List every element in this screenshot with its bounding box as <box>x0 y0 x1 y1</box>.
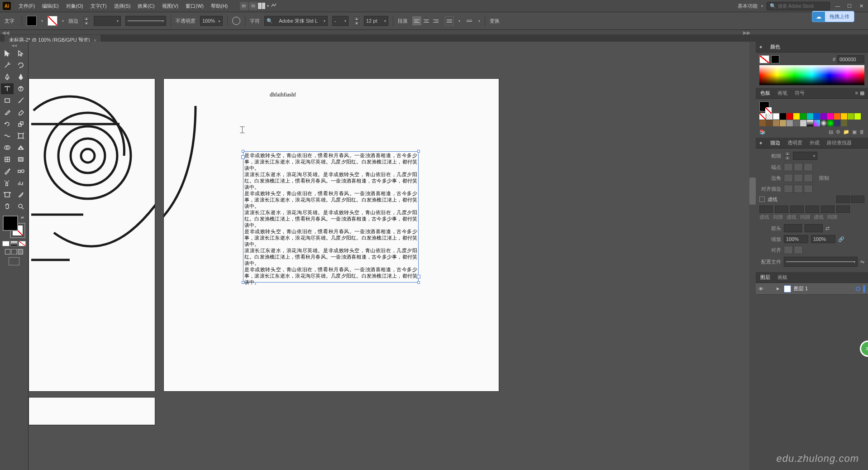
globe-icon[interactable] <box>232 17 240 25</box>
dash-input[interactable] <box>759 206 773 213</box>
blend-tool[interactable] <box>14 166 27 177</box>
menu-edit[interactable]: 编辑(E) <box>39 1 62 11</box>
mesh-tool[interactable] <box>1 154 14 165</box>
swatch-item[interactable] <box>787 113 793 120</box>
perspective-grid-tool[interactable] <box>14 142 27 153</box>
dash-input[interactable] <box>821 206 835 213</box>
chevron-down-icon[interactable]: ▾ <box>761 4 763 8</box>
chevron-down-icon[interactable]: ▾ <box>41 19 43 23</box>
panel-tab-brushes[interactable]: 画笔 <box>777 88 788 98</box>
stroke-weight-field[interactable]: ▾ <box>94 16 121 26</box>
gpu-icon[interactable] <box>271 3 277 9</box>
stock-search[interactable]: 🔍 <box>767 2 830 10</box>
eraser-tool[interactable] <box>14 107 27 118</box>
workspace-switcher[interactable]: 基本功能 <box>738 3 758 10</box>
gradient-tool[interactable] <box>14 154 27 165</box>
arrow-scale-start[interactable]: 100% <box>784 235 808 243</box>
distribute-button[interactable] <box>465 16 474 25</box>
screen-mode-button[interactable] <box>9 257 19 265</box>
menu-file[interactable]: 文件(F) <box>15 1 38 11</box>
zoom-tool[interactable] <box>14 201 27 212</box>
swatch-fill-proxy[interactable] <box>759 101 769 111</box>
menu-select[interactable]: 选择(S) <box>111 1 134 11</box>
dash-align-icon[interactable] <box>851 196 864 203</box>
vertical-scrollbar[interactable] <box>749 42 756 470</box>
new-swatch-icon[interactable]: ▣ <box>852 129 857 135</box>
maximize-icon[interactable]: ☐ <box>845 3 854 9</box>
stock-icon[interactable]: St <box>249 2 257 10</box>
menu-help[interactable]: 帮助(H) <box>208 1 231 11</box>
align-left-button[interactable] <box>412 16 421 25</box>
gap-input[interactable] <box>806 206 819 213</box>
arrange-documents-icon[interactable] <box>258 3 265 9</box>
target-icon[interactable] <box>856 287 860 291</box>
point-text[interactable]: dhfaihfiashf <box>270 91 296 98</box>
hex-input[interactable]: 000000 <box>837 55 864 63</box>
arrow-scale-end[interactable]: 100% <box>811 235 835 243</box>
cap-buttons[interactable] <box>784 163 813 171</box>
font-style-field[interactable]: -▾ <box>332 16 348 26</box>
expand-icon[interactable]: ▶ <box>777 287 781 291</box>
color-spectrum[interactable] <box>759 65 864 85</box>
area-text-frame[interactable]: 是非成败转头空，青山依旧在，惯看秋月春风。一壶浊酒喜相逢，古今多少事，滚滚长江东… <box>243 151 419 283</box>
swatch-item[interactable] <box>814 113 820 120</box>
paintbrush-tool[interactable] <box>14 95 27 106</box>
swatch-gradient[interactable] <box>827 120 834 126</box>
area-text-content[interactable]: 是非成败转头空，青山依旧在，惯看秋月春风。一壶浊酒喜相逢，古今多少事，滚滚长江东… <box>244 153 417 285</box>
swap-arrows-icon[interactable]: ⇄ <box>825 225 830 231</box>
swatch-item[interactable] <box>834 120 840 126</box>
font-size-field[interactable]: 12 pt▾ <box>364 16 388 26</box>
delete-swatch-icon[interactable]: 🗑 <box>859 129 864 135</box>
menu-view[interactable]: 视图(V) <box>159 1 182 11</box>
layer-thumbnail[interactable] <box>784 285 791 293</box>
draw-normal-icon[interactable] <box>5 249 10 254</box>
column-graph-tool[interactable] <box>14 177 27 188</box>
frame-handle[interactable] <box>242 281 244 284</box>
swatch-item[interactable] <box>759 120 766 126</box>
panel-tab-swatches[interactable]: 色板 <box>759 88 771 98</box>
frame-handle[interactable] <box>417 150 420 153</box>
shape-builder-tool[interactable] <box>1 142 14 153</box>
swatch-item[interactable] <box>759 113 766 120</box>
swatch-item[interactable] <box>800 113 806 120</box>
type-tool[interactable] <box>1 83 14 94</box>
dash-align-icon[interactable] <box>836 196 850 203</box>
frame-handle[interactable] <box>242 150 244 153</box>
scroll-thumb[interactable] <box>749 177 756 205</box>
magic-wand-tool[interactable] <box>1 60 14 71</box>
panel-tab-stroke[interactable]: 描边 <box>769 138 781 148</box>
canvas[interactable]: dhfaihfiashf ⌶ 是非成败转头空，青山依旧在，惯看秋月春风。一壶浊酒… <box>29 42 756 470</box>
menu-type[interactable]: 文字(T) <box>87 1 110 11</box>
stock-search-input[interactable] <box>778 4 827 9</box>
upload-overlay[interactable]: ☁ 拖拽上传 <box>812 11 854 22</box>
selection-tool[interactable] <box>1 48 14 59</box>
frame-handle[interactable] <box>417 281 420 284</box>
swatch-item[interactable] <box>780 120 786 126</box>
swatch-item[interactable] <box>800 120 806 126</box>
text-out-port[interactable] <box>417 275 420 278</box>
swatch-registration[interactable] <box>766 113 773 120</box>
close-icon[interactable]: ✕ <box>857 3 865 9</box>
brush-definition[interactable]: ▾ <box>125 16 166 26</box>
flip-along-icon[interactable]: ⇋ <box>860 259 864 265</box>
layer-row[interactable]: 👁 ▶ 图层 1 <box>756 283 868 295</box>
scale-tool[interactable] <box>14 119 27 129</box>
hand-tool[interactable] <box>1 201 14 212</box>
swatch-item[interactable] <box>766 120 773 126</box>
curvature-tool[interactable] <box>14 72 27 82</box>
transform-label[interactable]: 变换 <box>490 18 500 24</box>
swatch-gradient[interactable] <box>807 120 813 126</box>
swatch-item[interactable] <box>820 113 827 120</box>
fill-stroke-control[interactable]: ⇄ <box>3 216 25 238</box>
swatch-item[interactable] <box>841 113 847 120</box>
stroke-weight-stepper[interactable]: ▲▼ <box>84 16 89 25</box>
draw-inside-icon[interactable] <box>18 249 23 254</box>
color-mode-none[interactable] <box>19 241 26 246</box>
pen-tool[interactable] <box>1 72 14 82</box>
color-black-icon[interactable] <box>771 55 779 63</box>
bullets-button[interactable] <box>445 16 454 25</box>
font-family-field[interactable]: 🔍Adobe 宋体 Std L▾ <box>264 16 328 26</box>
width-tool[interactable] <box>1 130 14 141</box>
width-profile-select[interactable]: ▾ <box>784 257 858 267</box>
link-scale-icon[interactable]: 🔗 <box>838 236 844 242</box>
